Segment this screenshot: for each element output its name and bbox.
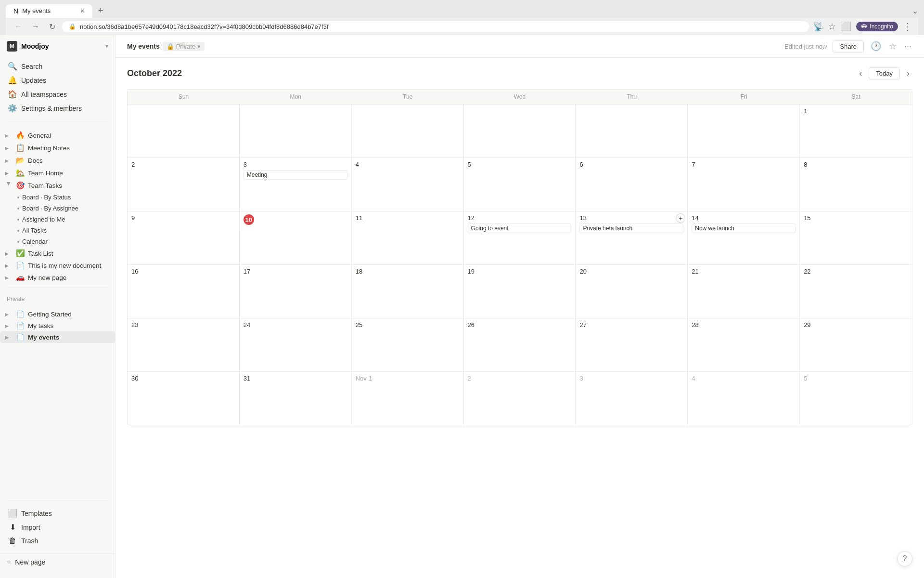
calendar-day-2[interactable]: 2: [128, 158, 240, 211]
calendar-day[interactable]: [688, 105, 800, 158]
sidebar-item-meeting-notes[interactable]: ▶ 📋 Meeting Notes: [0, 142, 115, 154]
more-icon[interactable]: ···: [903, 40, 912, 53]
calendar-day-7[interactable]: 7: [688, 158, 800, 211]
calendar-day-18[interactable]: 18: [352, 265, 464, 318]
sidebar-item-my-events[interactable]: ▶ 📄 My events: [0, 331, 115, 343]
calendar-today-button[interactable]: Today: [869, 67, 900, 79]
sidebar-item-templates[interactable]: ⬜ Templates: [4, 506, 111, 520]
sidebar-item-updates[interactable]: 🔔 Updates: [4, 73, 111, 87]
calendar-day-17[interactable]: 17: [240, 265, 352, 318]
expand-team-home-icon: ▶: [5, 171, 13, 176]
workspace-header[interactable]: M Moodjoy ▾: [0, 35, 115, 57]
sidebar-item-my-tasks[interactable]: ▶ 📄 My tasks: [0, 320, 115, 331]
back-button[interactable]: ←: [12, 21, 25, 32]
calendar-day-31[interactable]: 31: [240, 372, 352, 425]
favorite-icon[interactable]: ☆: [888, 40, 898, 53]
sidebar-item-trash[interactable]: 🗑 Trash: [4, 534, 111, 548]
sidebar-item-getting-started[interactable]: ▶ 📄 Getting Started: [0, 308, 115, 320]
calendar-day-12[interactable]: 12 Going to event: [464, 211, 576, 264]
sub-item-board-assignee[interactable]: Board · By Assignee: [0, 203, 115, 214]
share-button[interactable]: Share: [833, 40, 864, 53]
reload-button[interactable]: ↻: [46, 21, 58, 32]
calendar-day-8[interactable]: 8: [800, 158, 912, 211]
calendar-day-6[interactable]: 6: [576, 158, 688, 211]
calendar-event-going-to-event[interactable]: Going to event: [468, 223, 572, 233]
calendar-day-11[interactable]: 11: [352, 211, 464, 264]
sidebar-item-search[interactable]: 🔍 Search: [4, 59, 111, 73]
calendar-day[interactable]: [352, 105, 464, 158]
dot-icon-5: [17, 241, 19, 243]
sidebar-item-all-teamspaces[interactable]: 🏠 All teamspaces: [4, 87, 111, 101]
calendar-day-3[interactable]: 3 Meeting: [240, 158, 352, 211]
sub-item-board-status[interactable]: Board · By Status: [0, 192, 115, 203]
help-button[interactable]: ?: [897, 551, 912, 566]
sidebar-item-my-new-page[interactable]: ▶ 🚗 My new page: [0, 271, 115, 284]
calendar-day[interactable]: [240, 105, 352, 158]
calendar-day-nov2[interactable]: 2: [464, 372, 576, 425]
calendar-day-23[interactable]: 23: [128, 318, 240, 371]
calendar-day-9[interactable]: 9: [128, 211, 240, 264]
sub-item-calendar[interactable]: Calendar: [0, 236, 115, 247]
calendar-day-4[interactable]: 4: [352, 158, 464, 211]
sidebar-item-search-label: Search: [21, 63, 107, 70]
calendar-next-button[interactable]: ›: [904, 67, 912, 79]
calendar-day-25[interactable]: 25: [352, 318, 464, 371]
incognito-button[interactable]: 🕶 Incognito: [856, 22, 898, 31]
browser-tab[interactable]: N My events ✕: [6, 4, 92, 18]
history-icon[interactable]: 🕐: [870, 40, 882, 53]
calendar-day-29[interactable]: 29: [800, 318, 912, 371]
add-event-button[interactable]: +: [676, 213, 685, 223]
cast-icon[interactable]: 📡: [813, 21, 823, 32]
calendar-day-5[interactable]: 5: [464, 158, 576, 211]
calendar-day-nov1[interactable]: Nov 1: [352, 372, 464, 425]
calendar-prev-button[interactable]: ‹: [856, 67, 865, 79]
calendar-day-19[interactable]: 19: [464, 265, 576, 318]
calendar-day-nov4[interactable]: 4: [688, 372, 800, 425]
forward-button[interactable]: →: [29, 21, 42, 32]
sub-item-all-tasks[interactable]: All Tasks: [0, 225, 115, 236]
calendar-day[interactable]: [128, 105, 240, 158]
calendar-day-21[interactable]: 21: [688, 265, 800, 318]
address-bar[interactable]: 🔒 notion.so/36d8a1be657e49d0940178c18eac…: [62, 21, 809, 32]
calendar-day-22[interactable]: 22: [800, 265, 912, 318]
calendar-day-15[interactable]: 15: [800, 211, 912, 264]
sidebar-item-general[interactable]: ▶ 🔥 General: [0, 129, 115, 142]
new-page-button[interactable]: + New page: [0, 553, 115, 570]
calendar-day-20[interactable]: 20: [576, 265, 688, 318]
sidebar-item-import[interactable]: ⬇ Import: [4, 520, 111, 534]
chrome-menu-icon[interactable]: ⋮: [903, 21, 912, 32]
calendar-day-24[interactable]: 24: [240, 318, 352, 371]
calendar-day-nov3[interactable]: 3: [576, 372, 688, 425]
calendar-event-now-we-launch[interactable]: Now we launch: [692, 223, 796, 233]
sidebar-item-docs[interactable]: ▶ 📂 Docs: [0, 154, 115, 167]
calendar-event-meeting[interactable]: Meeting: [244, 170, 347, 180]
bookmark-icon[interactable]: ☆: [828, 21, 836, 32]
sidebar-item-settings[interactable]: ⚙️ Settings & members: [4, 101, 111, 115]
tab-list-button[interactable]: ⌄: [912, 6, 918, 15]
sidebar-item-trash-label: Trash: [21, 537, 38, 545]
new-tab-button[interactable]: +: [94, 4, 107, 18]
calendar-day-16[interactable]: 16: [128, 265, 240, 318]
calendar-day-1[interactable]: 1: [800, 105, 912, 158]
sidebar-item-team-tasks[interactable]: ▶ 🎯 Team Tasks: [0, 179, 115, 192]
calendar-day-30[interactable]: 30: [128, 372, 240, 425]
calendar-day-28[interactable]: 28: [688, 318, 800, 371]
calendar-day[interactable]: [576, 105, 688, 158]
sidebar-item-my-tasks-label: My tasks: [28, 322, 53, 329]
sidebar-item-task-list[interactable]: ▶ ✅ Task List: [0, 247, 115, 260]
privacy-badge[interactable]: 🔒 Private ▾: [163, 42, 205, 51]
calendar-day-26[interactable]: 26: [464, 318, 576, 371]
calendar-day[interactable]: [464, 105, 576, 158]
calendar-day-10[interactable]: 10: [240, 211, 352, 264]
calendar-day-14[interactable]: 14 Now we launch: [688, 211, 800, 264]
calendar-day-13[interactable]: 13 + Private beta launch: [576, 211, 688, 264]
calendar-day-nov5[interactable]: 5: [800, 372, 912, 425]
tab-search-icon[interactable]: ⬜: [841, 21, 851, 32]
sub-item-assigned-to-me[interactable]: Assigned to Me: [0, 214, 115, 225]
tab-close-button[interactable]: ✕: [80, 8, 85, 14]
sidebar-item-team-home[interactable]: ▶ 🏡 Team Home: [0, 167, 115, 179]
sidebar-item-new-document[interactable]: ▶ 📄 This is my new document: [0, 260, 115, 271]
calendar-event-private-beta[interactable]: Private beta launch: [579, 223, 683, 233]
calendar-day-27[interactable]: 27: [576, 318, 688, 371]
day-number-nov5: 5: [804, 375, 908, 382]
